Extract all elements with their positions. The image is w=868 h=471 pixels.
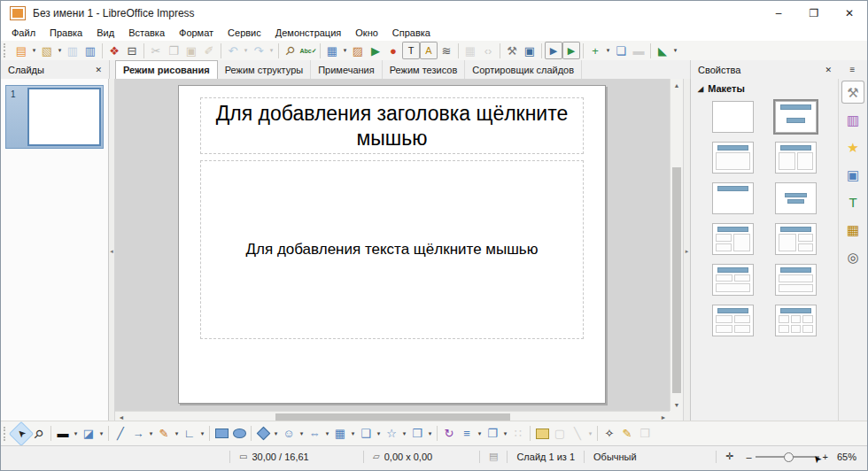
menu-format[interactable]: Формат	[172, 26, 221, 41]
zoom-pan-icon[interactable]: ⚲	[27, 421, 51, 445]
menu-file[interactable]: Файл	[4, 26, 43, 41]
block-arrows-icon[interactable]: ⇔	[306, 425, 323, 443]
fill-color-icon[interactable]: ◪	[80, 425, 97, 443]
vertical-scrollbar-thumb[interactable]	[672, 167, 681, 393]
glue-points-icon[interactable]: ✎	[618, 425, 636, 443]
export-pdf-icon[interactable]: ❖	[105, 42, 123, 59]
layout-option-title-1left-2right[interactable]	[775, 223, 817, 255]
arrange-objects-icon[interactable]: ❐	[484, 425, 501, 443]
gallery-tab-icon[interactable]: ▦	[842, 219, 864, 240]
connector-dropdown-icon[interactable]: ▾	[198, 425, 206, 443]
left-panel-splitter[interactable]: ◂	[109, 79, 115, 423]
right-panel-splitter[interactable]: ▸	[683, 79, 690, 423]
show-draw-functions-icon[interactable]: ◣	[654, 42, 671, 59]
align-objects-dropdown-icon[interactable]: ▾	[476, 425, 484, 443]
rectangle-icon[interactable]	[213, 425, 230, 443]
animation-tab-icon[interactable]: ★	[842, 136, 864, 158]
open-dropdown-icon[interactable]: ▾	[56, 42, 64, 59]
close-button[interactable]: ✕	[832, 1, 867, 26]
menu-window[interactable]: Окно	[348, 26, 385, 41]
slides-panel-close-icon[interactable]: ✕	[88, 66, 109, 74]
layout-option-title-sub[interactable]	[775, 101, 817, 133]
open-icon[interactable]: ▧	[38, 42, 56, 59]
insert-media-icon[interactable]: ▶	[367, 42, 384, 59]
scroll-up-icon[interactable]: ▲	[670, 79, 683, 91]
object-size-field[interactable]: ▱ 0,00 x 0,00	[364, 452, 479, 462]
flowchart-shapes-icon[interactable]: ▦	[331, 425, 349, 443]
new-slide-icon[interactable]: +	[586, 42, 604, 59]
tab-normal-view[interactable]: Режим рисования	[115, 60, 218, 79]
new-slide-dropdown-icon[interactable]: ▾	[604, 42, 612, 59]
insert-special-character-icon[interactable]: ≋	[438, 42, 455, 59]
layouts-section-header[interactable]: ◢ Макеты	[691, 79, 838, 97]
block-arrows-dropdown-icon[interactable]: ▾	[323, 425, 331, 443]
toolbar-grip[interactable]	[4, 427, 9, 441]
layout-option-title-only[interactable]	[712, 182, 754, 214]
layout-option-title-2col[interactable]	[775, 142, 817, 174]
line-style-icon[interactable]: ▬	[54, 425, 72, 443]
curve-icon[interactable]: ✎	[155, 425, 173, 443]
menu-tools[interactable]: Сервис	[221, 26, 268, 41]
menu-help[interactable]: Справка	[385, 26, 438, 41]
callout-shapes-icon[interactable]: ❑	[357, 425, 375, 443]
slide-count-field[interactable]: Слайд 1 из 1	[508, 452, 584, 462]
styles-tab-icon[interactable]: T	[842, 191, 864, 212]
menu-insert[interactable]: Вставка	[121, 26, 172, 41]
properties-tab-icon[interactable]: ⚒	[842, 81, 864, 103]
3d-objects-dropdown-icon[interactable]: ▾	[426, 425, 434, 443]
arrange-objects-dropdown-icon[interactable]: ▾	[501, 425, 509, 443]
star-shapes-icon[interactable]: ☆	[383, 425, 400, 443]
insert-table-dropdown-icon[interactable]: ▾	[341, 42, 349, 59]
basic-shapes-icon[interactable]	[254, 425, 272, 443]
title-placeholder[interactable]: Для добавления заголовка щёлкните мышью	[200, 97, 584, 154]
menu-slideshow[interactable]: Демонстрация	[268, 26, 349, 41]
sidebar-menu-icon[interactable]: ≡	[838, 60, 867, 79]
3d-objects-icon[interactable]: ❒	[408, 425, 426, 443]
zoom-in-icon[interactable]: +	[823, 452, 828, 462]
tab-notes-view[interactable]: Примечания	[311, 60, 383, 79]
slide-transition-tab-icon[interactable]: ▥	[842, 109, 864, 130]
symbol-shapes-dropdown-icon[interactable]: ▾	[298, 425, 306, 443]
connector-icon[interactable]: ∟	[181, 425, 198, 443]
start-from-first-slide-icon[interactable]: ▶	[545, 42, 562, 59]
save-as-icon[interactable]: ▥	[81, 42, 99, 59]
flowchart-shapes-dropdown-icon[interactable]: ▾	[349, 425, 357, 443]
scroll-down-icon[interactable]: ▼	[670, 398, 683, 411]
insert-chart-icon[interactable]: ●	[384, 42, 402, 59]
layout-option-title-2top-1bottom[interactable]	[712, 264, 754, 296]
align-objects-icon[interactable]: ≡	[458, 425, 476, 443]
slide-properties-icon[interactable]: ⚒	[503, 42, 521, 59]
minimize-button[interactable]: –	[761, 1, 796, 26]
tab-outline-view[interactable]: Режим структуры	[218, 60, 312, 79]
zoom-slider-thumb[interactable]	[784, 452, 794, 462]
insert-line-icon[interactable]: ╱	[112, 425, 129, 443]
restore-button[interactable]: ❐	[796, 1, 832, 26]
duplicate-slide-icon[interactable]: ❏	[612, 42, 630, 59]
start-from-current-slide-icon[interactable]: ▶	[562, 42, 580, 59]
show-draw-functions-dropdown-icon[interactable]: ▾	[671, 42, 679, 59]
tab-handout-view[interactable]: Режим тезисов	[383, 60, 466, 79]
layout-option-title-grid4[interactable]	[712, 305, 754, 336]
fit-slide-icon[interactable]: ✛	[717, 451, 742, 462]
basic-shapes-dropdown-icon[interactable]: ▾	[272, 425, 280, 443]
fill-color-dropdown-icon[interactable]: ▾	[97, 425, 105, 443]
navigator-tab-icon[interactable]: ◎	[842, 246, 864, 267]
zoom-slider-track[interactable]	[756, 456, 819, 458]
toolbar-grip[interactable]	[4, 43, 9, 58]
master-slides-tab-icon[interactable]: ▣	[842, 164, 864, 185]
callout-shapes-dropdown-icon[interactable]: ▾	[375, 425, 383, 443]
slide-thumbnail-1[interactable]: 1	[5, 85, 104, 149]
symbol-shapes-icon[interactable]: ☺	[280, 425, 298, 443]
insert-text-box-draw-icon[interactable]	[533, 425, 551, 443]
new-presentation-dropdown-icon[interactable]: ▾	[30, 42, 38, 59]
insert-image-icon[interactable]: ▨	[349, 42, 367, 59]
menu-view[interactable]: Вид	[89, 26, 121, 41]
line-style-dropdown-icon[interactable]: ▾	[72, 425, 80, 443]
properties-panel-close-icon[interactable]: ✕	[818, 66, 839, 74]
rotate-icon[interactable]: ↻	[440, 425, 458, 443]
layout-option-centered-text[interactable]	[775, 182, 817, 214]
zoom-out-icon[interactable]: –	[746, 452, 751, 462]
document-modified-icon[interactable]: ▤	[480, 451, 507, 462]
layout-option-title-grid6[interactable]	[775, 305, 817, 336]
ellipse-icon[interactable]	[230, 425, 248, 443]
